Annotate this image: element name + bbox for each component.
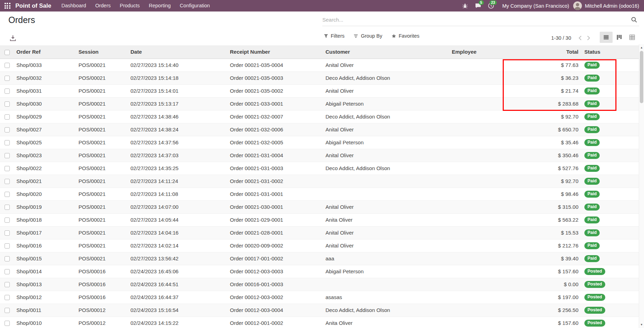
cell-date[interactable]: 02/24/2023 16:44:37	[128, 291, 227, 304]
cell-status[interactable]: Paid	[582, 110, 639, 123]
app-title[interactable]: Point of Sale	[15, 2, 57, 9]
cell-total[interactable]: $ 39.40	[509, 252, 582, 265]
column-header-total[interactable]: Total	[509, 45, 582, 59]
cell-total[interactable]: $ 36.23	[509, 71, 582, 84]
cell-employee[interactable]	[449, 188, 509, 200]
cell-customer[interactable]: Abigail Peterson	[323, 136, 449, 149]
row-checkbox[interactable]	[5, 63, 10, 68]
cell-receipt-number[interactable]: Order 00012-003-0003	[227, 265, 323, 278]
cell-date[interactable]: 02/27/2023 14:38:24	[128, 123, 227, 136]
pager-next-button[interactable]	[584, 33, 593, 43]
cell-date[interactable]: 02/27/2023 14:11:08	[128, 188, 227, 200]
column-header-status[interactable]: Status	[582, 45, 639, 59]
cell-receipt-number[interactable]: Order 00012-003-0002	[227, 291, 323, 304]
cell-customer[interactable]: Anital Oliver	[323, 59, 449, 71]
cell-receipt-number[interactable]: Order 00021-030-0001	[227, 200, 323, 213]
cell-session[interactable]: POS/00021	[76, 84, 128, 97]
cell-employee[interactable]	[449, 200, 509, 213]
cell-status[interactable]: Posted	[582, 304, 639, 316]
row-checkbox[interactable]	[5, 205, 10, 210]
cell-session[interactable]: POS/00012	[76, 316, 128, 328]
row-checkbox[interactable]	[5, 140, 10, 145]
cell-total[interactable]: $ 157.60	[509, 265, 582, 278]
activities-button[interactable]: 23	[485, 0, 497, 12]
cell-customer[interactable]: asasas	[323, 291, 449, 304]
cell-order-ref[interactable]: Shop/0032	[14, 71, 76, 84]
cell-session[interactable]: POS/00021	[76, 162, 128, 175]
row-checkbox[interactable]	[5, 230, 10, 236]
row-checkbox[interactable]	[5, 321, 10, 326]
cell-employee[interactable]	[449, 316, 509, 328]
cell-total[interactable]: $ 212.76	[509, 239, 582, 252]
table-row[interactable]: Shop/0012 POS/00016 02/24/2023 16:44:37 …	[0, 291, 639, 304]
cell-status[interactable]: Posted	[582, 291, 639, 304]
cell-order-ref[interactable]: Shop/0031	[14, 84, 76, 97]
cell-date[interactable]: 02/27/2023 14:04:16	[128, 226, 227, 239]
row-checkbox[interactable]	[5, 218, 10, 223]
cell-status[interactable]: Paid	[582, 213, 639, 226]
cell-total[interactable]: $ 315.00	[509, 200, 582, 213]
table-row[interactable]: Shop/0019 POS/00021 02/27/2023 14:07:00 …	[0, 200, 639, 213]
cell-status[interactable]: Posted	[582, 278, 639, 291]
scroll-up-arrow[interactable]: ▲	[639, 45, 644, 50]
pager-previous-button[interactable]	[576, 33, 584, 43]
messages-button[interactable]: 5	[472, 0, 485, 12]
cell-date[interactable]: 02/27/2023 15:14:01	[128, 84, 227, 97]
cell-order-ref[interactable]: Shop/0019	[14, 200, 76, 213]
cell-date[interactable]: 02/24/2023 16:45:06	[128, 265, 227, 278]
cell-receipt-number[interactable]: Order 00021-031-0003	[227, 162, 323, 175]
cell-customer[interactable]: Anital Oliver	[323, 226, 449, 239]
cell-order-ref[interactable]: Shop/0013	[14, 278, 76, 291]
cell-total[interactable]: $ 527.76	[509, 162, 582, 175]
table-row[interactable]: Shop/0013 POS/00016 02/24/2023 16:44:51 …	[0, 278, 639, 291]
cell-total[interactable]: $ 92.70	[509, 175, 582, 188]
cell-customer[interactable]: Anital Oliver	[323, 239, 449, 252]
cell-customer[interactable]: Abigail Peterson	[323, 97, 449, 110]
column-header-date[interactable]: Date	[128, 45, 227, 59]
cell-total[interactable]: $ 0.00	[509, 278, 582, 291]
cell-order-ref[interactable]: Shop/0022	[14, 162, 76, 175]
cell-employee[interactable]	[449, 84, 509, 97]
column-header-employee[interactable]: Employee	[449, 45, 509, 59]
cell-session[interactable]: POS/00021	[76, 97, 128, 110]
cell-date[interactable]: 02/27/2023 14:07:00	[128, 200, 227, 213]
table-row[interactable]: Shop/0015 POS/00021 02/27/2023 13:56:42 …	[0, 252, 639, 265]
cell-order-ref[interactable]: Shop/0016	[14, 239, 76, 252]
cell-employee[interactable]	[449, 97, 509, 110]
cell-status[interactable]: Posted	[582, 316, 639, 328]
row-checkbox[interactable]	[5, 76, 10, 81]
cell-date[interactable]: 02/27/2023 14:37:56	[128, 136, 227, 149]
cell-customer[interactable]	[323, 278, 449, 291]
cell-employee[interactable]	[449, 213, 509, 226]
cell-employee[interactable]	[449, 265, 509, 278]
company-switcher[interactable]: My Company (San Francisco)	[502, 3, 569, 9]
cell-order-ref[interactable]: Shop/0029	[14, 110, 76, 123]
cell-status[interactable]: Paid	[582, 239, 639, 252]
cell-status[interactable]: Paid	[582, 188, 639, 200]
cell-session[interactable]: POS/00016	[76, 291, 128, 304]
cell-status[interactable]: Posted	[582, 265, 639, 278]
cell-date[interactable]: 02/27/2023 15:13:17	[128, 97, 227, 110]
cell-employee[interactable]	[449, 123, 509, 136]
table-row[interactable]: Shop/0017 POS/00021 02/27/2023 14:04:16 …	[0, 226, 639, 239]
table-row[interactable]: Shop/0027 POS/00021 02/27/2023 14:38:24 …	[0, 123, 639, 136]
cell-total[interactable]: $ 35.46	[509, 136, 582, 149]
cell-employee[interactable]	[449, 71, 509, 84]
cell-status[interactable]: Paid	[582, 136, 639, 149]
cell-total[interactable]: $ 283.68	[509, 97, 582, 110]
cell-employee[interactable]	[449, 278, 509, 291]
cell-receipt-number[interactable]: Order 00021-031-0001	[227, 188, 323, 200]
cell-session[interactable]: POS/00021	[76, 71, 128, 84]
cell-total[interactable]: $ 563.22	[509, 213, 582, 226]
cell-date[interactable]: 02/27/2023 14:02:14	[128, 239, 227, 252]
cell-receipt-number[interactable]: Order 00021-029-0001	[227, 213, 323, 226]
cell-total[interactable]: $ 21.74	[509, 84, 582, 97]
row-checkbox[interactable]	[5, 256, 10, 261]
nav-item-products[interactable]: Products	[115, 0, 144, 12]
cell-customer[interactable]: Anital Oliver	[323, 84, 449, 97]
scrollbar-thumb[interactable]	[640, 51, 643, 103]
cell-date[interactable]: 02/27/2023 14:37:03	[128, 149, 227, 162]
cell-customer[interactable]: Abigail Peterson	[323, 265, 449, 278]
row-checkbox[interactable]	[5, 127, 10, 132]
table-row[interactable]: Shop/0014 POS/00016 02/24/2023 16:45:06 …	[0, 265, 639, 278]
